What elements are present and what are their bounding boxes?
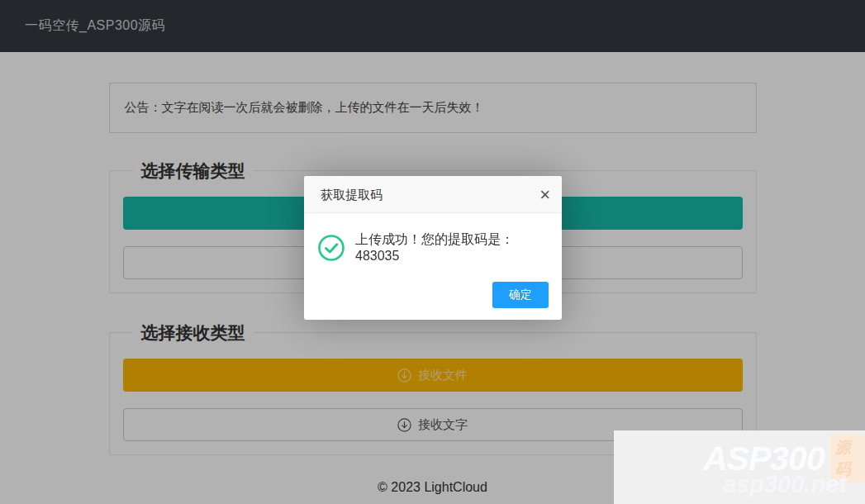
success-check-icon (317, 234, 345, 262)
dialog-header: 获取提取码 × (304, 176, 562, 213)
extraction-code-dialog: 获取提取码 × 上传成功！您的提取码是：483035 确定 (304, 176, 562, 320)
watermark: ASP300 源码 asp300.net (614, 430, 865, 504)
upload-success-message: 上传成功！您的提取码是：483035 (355, 231, 549, 264)
confirm-button[interactable]: 确定 (492, 282, 549, 308)
dialog-body: 上传成功！您的提取码是：483035 (304, 213, 562, 282)
watermark-domain: asp300.net (723, 471, 847, 498)
dialog-footer: 确定 (304, 282, 562, 320)
dialog-title: 获取提取码 (321, 188, 383, 202)
close-icon[interactable]: × (539, 176, 550, 213)
